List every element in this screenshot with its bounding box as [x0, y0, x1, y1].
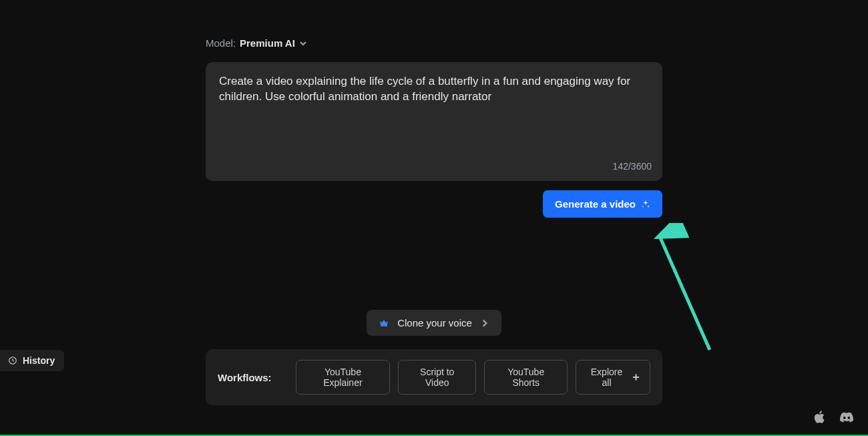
- clone-voice-label: Clone your voice: [397, 317, 472, 329]
- clone-voice-button[interactable]: Clone your voice: [367, 310, 501, 336]
- generate-video-label: Generate a video: [555, 198, 636, 210]
- workflow-youtube-explainer[interactable]: YouTube Explainer: [296, 360, 391, 395]
- history-label: History: [23, 355, 55, 366]
- model-label: Model:: [206, 37, 236, 49]
- workflows-bar: Workflows: YouTube Explainer Script to V…: [206, 349, 662, 405]
- workflow-explore-all[interactable]: Explore all: [576, 360, 650, 395]
- generate-video-button[interactable]: Generate a video: [543, 190, 662, 218]
- workflow-youtube-shorts[interactable]: YouTube Shorts: [484, 360, 568, 395]
- footer-icons: [813, 411, 853, 424]
- prompt-box: 142/3600: [206, 62, 662, 181]
- workflows-label: Workflows:: [218, 372, 272, 383]
- crown-icon: [379, 318, 389, 329]
- apple-icon[interactable]: [813, 411, 827, 424]
- discord-icon[interactable]: [840, 411, 853, 424]
- chevron-right-icon: [480, 318, 489, 328]
- prompt-input[interactable]: [219, 74, 649, 154]
- svg-line-4: [660, 236, 710, 350]
- history-button[interactable]: History: [0, 350, 64, 371]
- workflow-script-to-video[interactable]: Script to Video: [398, 360, 476, 395]
- chevron-down-icon: [299, 39, 307, 47]
- model-selector[interactable]: Model: Premium AI: [206, 37, 662, 49]
- plus-icon: [632, 373, 640, 381]
- sparkle-icon: [641, 200, 650, 209]
- character-counter: 142/3600: [613, 161, 652, 172]
- model-name: Premium AI: [240, 37, 295, 49]
- clock-icon: [8, 356, 17, 365]
